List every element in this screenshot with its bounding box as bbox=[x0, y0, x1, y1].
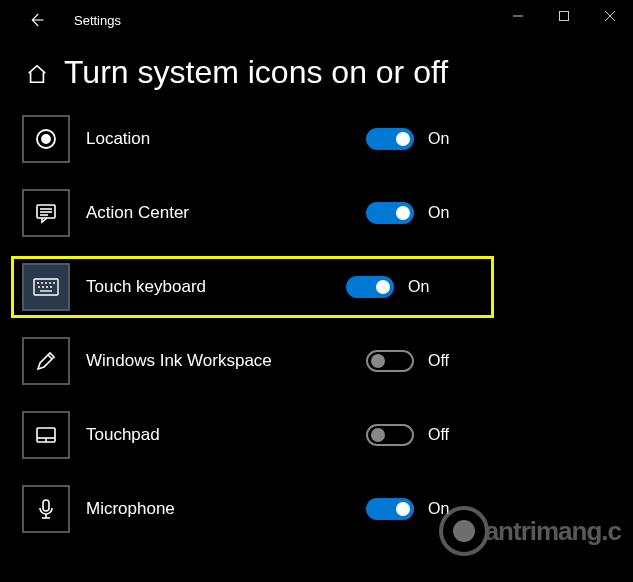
setting-label: Touchpad bbox=[86, 425, 366, 445]
toggle-touch-keyboard[interactable] bbox=[346, 276, 394, 298]
touchpad-icon bbox=[22, 411, 70, 459]
svg-rect-1 bbox=[560, 12, 569, 21]
toggle-windows-ink[interactable] bbox=[366, 350, 414, 372]
home-icon bbox=[26, 63, 48, 89]
setting-row-microphone: Microphone On bbox=[22, 481, 611, 537]
setting-label: Microphone bbox=[86, 499, 366, 519]
minimize-button[interactable] bbox=[495, 0, 541, 32]
close-button[interactable] bbox=[587, 0, 633, 32]
setting-row-touch-keyboard: Touch keyboard On bbox=[14, 259, 491, 315]
page-title: Turn system icons on or off bbox=[64, 54, 448, 91]
setting-row-location: Location On bbox=[22, 111, 611, 167]
toggle-state-text: On bbox=[408, 278, 429, 296]
setting-label: Touch keyboard bbox=[86, 277, 346, 297]
setting-label: Windows Ink Workspace bbox=[86, 351, 366, 371]
svg-point-3 bbox=[42, 135, 50, 143]
window-controls bbox=[495, 0, 633, 32]
setting-row-windows-ink: Windows Ink Workspace Off bbox=[22, 333, 611, 389]
back-button[interactable] bbox=[22, 6, 50, 34]
page-header: Turn system icons on or off bbox=[0, 40, 633, 111]
toggle-touchpad[interactable] bbox=[366, 424, 414, 446]
toggle-state-text: On bbox=[428, 500, 449, 518]
titlebar: Settings bbox=[0, 0, 633, 40]
setting-label: Action Center bbox=[86, 203, 366, 223]
app-title: Settings bbox=[74, 13, 121, 28]
toggle-action-center[interactable] bbox=[366, 202, 414, 224]
toggle-state-text: On bbox=[428, 130, 449, 148]
location-icon bbox=[22, 115, 70, 163]
action-center-icon bbox=[22, 189, 70, 237]
pen-icon bbox=[22, 337, 70, 385]
toggle-location[interactable] bbox=[366, 128, 414, 150]
setting-row-action-center: Action Center On bbox=[22, 185, 611, 241]
setting-label: Location bbox=[86, 129, 366, 149]
keyboard-icon bbox=[22, 263, 70, 311]
toggle-microphone[interactable] bbox=[366, 498, 414, 520]
settings-list: Location On Action Center On Touch keybo… bbox=[0, 111, 633, 537]
maximize-button[interactable] bbox=[541, 0, 587, 32]
toggle-state-text: On bbox=[428, 204, 449, 222]
svg-rect-22 bbox=[43, 500, 49, 511]
setting-row-touchpad: Touchpad Off bbox=[22, 407, 611, 463]
toggle-state-text: Off bbox=[428, 352, 449, 370]
microphone-icon bbox=[22, 485, 70, 533]
toggle-state-text: Off bbox=[428, 426, 449, 444]
